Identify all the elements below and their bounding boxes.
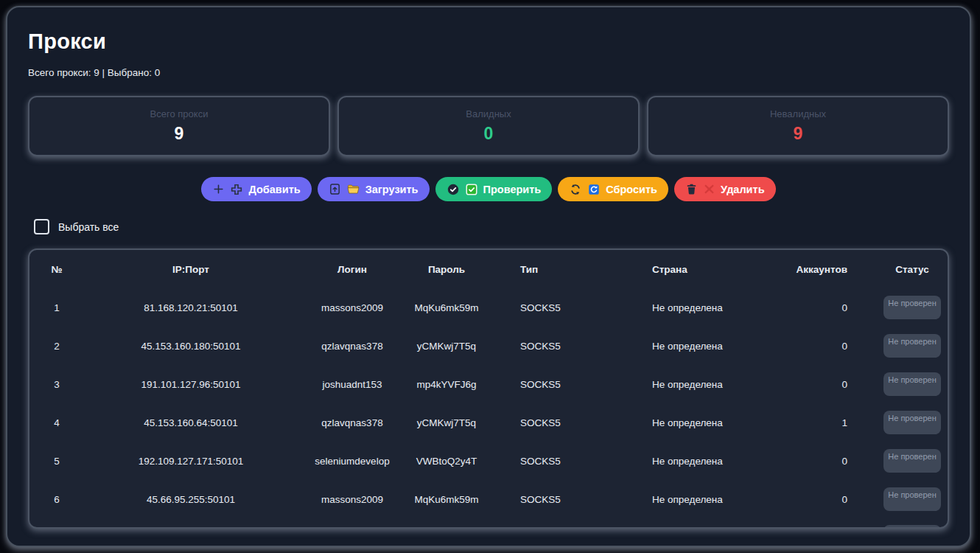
status-badge[interactable]: Не проверен: [883, 411, 941, 434]
file-upload-icon: [329, 183, 341, 195]
row-password: yCMKwj7T5q: [407, 417, 486, 428]
heavy-plus-icon: [230, 183, 243, 196]
header-type: Тип: [486, 264, 619, 275]
page-title: Прокси: [28, 29, 970, 54]
row-password: MqKu6mk59m: [407, 302, 486, 313]
row-num: 3: [29, 379, 84, 390]
row-ip-port: 191.101.127.96:50101: [84, 379, 298, 390]
proxy-table: № IP:Порт Логин Пароль Тип Страна Аккаун…: [28, 248, 949, 529]
status-badge[interactable]: Не проверен: [883, 487, 941, 511]
row-num: 1: [29, 302, 84, 313]
row-type: SOCKS5: [486, 302, 619, 313]
table-row[interactable]: 5 192.109.127.171:50101 seleniumdevelop …: [29, 442, 948, 480]
load-button-label: Загрузить: [365, 184, 419, 195]
row-num: 5: [29, 456, 84, 467]
reset-button-label: Сбросить: [606, 184, 657, 195]
stat-label: Невалидных: [770, 108, 826, 119]
row-ip-port: 192.109.127.171:50101: [84, 456, 298, 467]
toolbar: Добавить Загрузить Проверить: [7, 177, 970, 201]
proxy-page-card: Прокси Всего прокси: 9 | Выбрано: 0 Всег…: [6, 6, 971, 547]
select-all-checkbox[interactable]: [34, 219, 49, 234]
table-row[interactable]: 1 81.168.120.21:50101 massons2009 MqKu6m…: [29, 288, 948, 327]
refresh-square-icon: [587, 183, 601, 196]
row-login: qzlavqnas378: [298, 341, 407, 352]
row-type: SOCKS5: [486, 417, 619, 428]
reset-button[interactable]: Сбросить: [558, 177, 668, 201]
row-accounts: 0: [752, 494, 877, 505]
row-login: qzlavqnas378: [298, 417, 407, 428]
row-country: Не определена: [619, 494, 752, 505]
status-badge[interactable]: Не проверен: [883, 334, 941, 358]
row-ip-port: 81.168.120.21:50101: [84, 302, 298, 313]
row-num: 2: [29, 341, 84, 352]
trash-icon: [685, 183, 698, 195]
row-password: mp4kYVFJ6g: [407, 379, 486, 390]
header-country: Страна: [619, 264, 752, 275]
delete-button[interactable]: Удалить: [674, 177, 776, 201]
stat-value-invalid: 9: [794, 124, 803, 144]
stats-row: Всего прокси 9 Валидных 0 Невалидных 9: [28, 96, 949, 156]
row-type: SOCKS5: [486, 341, 619, 352]
header-status: Статус: [877, 264, 948, 275]
row-type: SOCKS5: [486, 379, 619, 390]
stat-card-total: Всего прокси 9: [28, 96, 330, 156]
stat-card-valid: Валидных 0: [337, 96, 640, 156]
add-button[interactable]: Добавить: [201, 177, 311, 201]
row-login: massons2009: [298, 494, 407, 505]
row-accounts: 1: [752, 417, 877, 428]
status-badge[interactable]: Не проверен: [883, 372, 941, 396]
select-all-label: Выбрать все: [58, 221, 119, 233]
refresh-icon: [569, 183, 582, 196]
header-login: Логин: [298, 264, 407, 275]
row-ip-port: 45.153.160.180:50101: [84, 341, 298, 352]
add-button-label: Добавить: [248, 184, 300, 195]
row-num: 4: [29, 417, 84, 428]
plus-icon: [212, 183, 225, 195]
load-button[interactable]: Загрузить: [318, 177, 430, 201]
row-num: 6: [29, 494, 84, 505]
row-password: VWBtoQ2y4T: [407, 456, 486, 467]
status-badge[interactable]: Не проверен: [883, 296, 941, 319]
status-badge[interactable]: [883, 525, 941, 529]
cross-icon: [703, 183, 715, 195]
row-type: SOCKS5: [486, 456, 619, 467]
stat-value-total: 9: [175, 124, 184, 144]
row-accounts: 0: [752, 379, 877, 390]
table-row[interactable]: 4 45.153.160.64:50101 qzlavqnas378 yCMKw…: [29, 403, 948, 442]
row-country: Не определена: [619, 456, 752, 467]
header-password: Пароль: [407, 264, 486, 275]
header-num: №: [29, 264, 84, 275]
row-accounts: 0: [752, 302, 877, 313]
row-country: Не определена: [619, 417, 752, 428]
folder-icon: [346, 182, 360, 196]
stat-value-valid: 0: [484, 124, 494, 144]
row-accounts: 0: [752, 341, 877, 352]
stat-card-invalid: Невалидных 9: [647, 96, 949, 156]
check-button[interactable]: Проверить: [435, 177, 553, 201]
row-type: SOCKS5: [486, 494, 619, 505]
checkbox-checked-icon: [465, 183, 478, 196]
row-login: joshuadnt153: [298, 379, 407, 390]
stat-label: Валидных: [466, 108, 511, 119]
stat-label: Всего прокси: [150, 108, 209, 119]
header-ip-port: IP:Порт: [84, 264, 298, 275]
header-accounts: Аккаунтов: [752, 264, 877, 275]
proxy-summary: Всего прокси: 9 | Выбрано: 0: [28, 67, 970, 78]
table-row[interactable]: 6 45.66.95.255:50101 massons2009 MqKu6mk…: [29, 480, 948, 518]
check-button-label: Проверить: [483, 184, 542, 195]
select-all-row: Выбрать все: [34, 219, 970, 234]
row-ip-port: 45.66.95.255:50101: [84, 494, 298, 505]
status-badge[interactable]: Не проверен: [883, 449, 941, 473]
row-accounts: 0: [752, 456, 877, 467]
row-country: Не определена: [619, 379, 752, 390]
row-login: massons2009: [298, 302, 407, 313]
table-header-row: № IP:Порт Логин Пароль Тип Страна Аккаун…: [29, 250, 948, 288]
row-country: Не определена: [619, 302, 752, 313]
table-row-partial[interactable]: [29, 518, 948, 529]
table-row[interactable]: 3 191.101.127.96:50101 joshuadnt153 mp4k…: [29, 365, 948, 403]
row-country: Не определена: [619, 341, 752, 352]
delete-button-label: Удалить: [721, 184, 765, 195]
row-login: seleniumdevelop: [298, 456, 407, 467]
table-row[interactable]: 2 45.153.160.180:50101 qzlavqnas378 yCMK…: [29, 327, 948, 365]
row-ip-port: 45.153.160.64:50101: [84, 417, 298, 428]
